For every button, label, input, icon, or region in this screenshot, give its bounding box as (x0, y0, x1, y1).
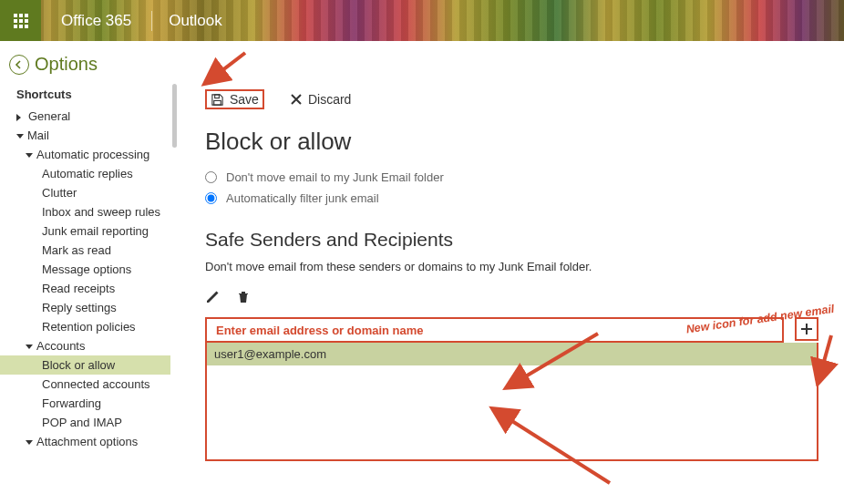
sidebar-scroll-thumb[interactable] (172, 84, 177, 148)
sidebar-item-automatic-replies[interactable]: Automatic replies (16, 164, 178, 183)
sidebar-item-mail[interactable]: Mail (16, 126, 178, 145)
arrow-left-icon (14, 59, 25, 70)
svg-rect-10 (214, 100, 221, 105)
sidebar-item-automatic-processing[interactable]: Automatic processing (16, 145, 178, 164)
annotation-arrow-save (200, 49, 254, 89)
sidebar-item-message-options[interactable]: Message options (16, 260, 178, 279)
save-button[interactable]: Save (211, 92, 259, 107)
annotation-save-highlight: Save (205, 89, 264, 109)
sidebar-item-attachment-options[interactable]: Attachment options (16, 432, 178, 451)
discard-button[interactable]: Discard (290, 92, 351, 107)
caret-down-icon (26, 440, 33, 445)
caret-down-icon (26, 345, 33, 349)
sidebar-item-reply-settings[interactable]: Reply settings (16, 298, 178, 317)
sidebar-shortcuts-header[interactable]: Shortcuts (16, 87, 178, 101)
app-launcher-button[interactable] (0, 0, 41, 41)
radio-dont-move-junk-input[interactable] (205, 171, 217, 183)
sidebar-item-read-receipts[interactable]: Read receipts (16, 279, 178, 298)
junk-radio-group: Don't move email to my Junk Email folder… (205, 170, 818, 205)
sidebar-item-pop-and-imap[interactable]: POP and IMAP (16, 413, 178, 432)
sidebar-item-general[interactable]: General (16, 107, 178, 126)
svg-rect-6 (14, 25, 17, 28)
brand-label[interactable]: Office 365 (41, 12, 151, 30)
sidebar-item-forwarding[interactable]: Forwarding (16, 394, 178, 413)
save-icon (211, 93, 224, 107)
app-header: Office 365 Outlook (0, 0, 844, 41)
sidebar-item-connected-accounts[interactable]: Connected accounts (16, 375, 178, 394)
pencil-icon (205, 290, 220, 304)
page-title: Options (35, 54, 98, 75)
main-content: Save Discard Block or allow Don't move e… (178, 80, 844, 503)
svg-rect-7 (19, 25, 23, 28)
sidebar-item-clutter[interactable]: Clutter (16, 183, 178, 202)
sidebar-scrollbar[interactable] (171, 80, 178, 503)
app-label[interactable]: Outlook (152, 12, 239, 30)
annotation-arrow-add (806, 332, 839, 386)
svg-rect-3 (14, 19, 17, 23)
annotation-arrow-input (501, 330, 602, 394)
close-icon (290, 93, 303, 106)
svg-rect-4 (19, 19, 23, 23)
trash-icon (236, 290, 251, 304)
sidebar-item-accounts[interactable]: Accounts (16, 336, 178, 355)
radio-auto-filter-junk[interactable]: Automatically filter junk email (205, 191, 818, 205)
section-title: Block or allow (205, 128, 818, 156)
radio-auto-filter-junk-input[interactable] (205, 192, 217, 204)
back-button[interactable] (9, 55, 29, 75)
svg-rect-8 (25, 25, 28, 28)
waffle-icon (14, 14, 28, 28)
list-tools (205, 290, 818, 308)
svg-rect-1 (19, 14, 23, 17)
safe-senders-heading: Safe Senders and Recipients (205, 229, 818, 251)
edit-button[interactable] (205, 290, 220, 308)
radio-dont-move-junk[interactable]: Don't move email to my Junk Email folder (205, 170, 818, 184)
delete-button[interactable] (236, 290, 251, 308)
options-titlebar: Options (0, 41, 844, 80)
caret-down-icon (26, 153, 33, 158)
svg-rect-9 (215, 94, 220, 98)
sidebar-item-block-or-allow[interactable]: Block or allow (0, 355, 170, 375)
svg-rect-0 (14, 14, 17, 17)
svg-rect-5 (25, 19, 28, 23)
caret-right-icon (16, 114, 25, 121)
sidebar-item-inbox-sweep-rules[interactable]: Inbox and sweep rules (16, 202, 178, 221)
caret-down-icon (16, 134, 24, 139)
sidebar-item-junk-email-reporting[interactable]: Junk email reporting (16, 221, 178, 241)
sidebar-item-retention-policies[interactable]: Retention policies (16, 317, 178, 336)
sidebar-item-mark-as-read[interactable]: Mark as read (16, 241, 178, 260)
svg-rect-2 (25, 14, 28, 17)
safe-senders-description: Don't move email from these senders or d… (205, 260, 818, 273)
toolbar: Save Discard (205, 89, 818, 109)
options-sidebar: Shortcuts General Mail Automatic process… (0, 80, 178, 503)
annotation-arrow-list-item (488, 405, 615, 487)
